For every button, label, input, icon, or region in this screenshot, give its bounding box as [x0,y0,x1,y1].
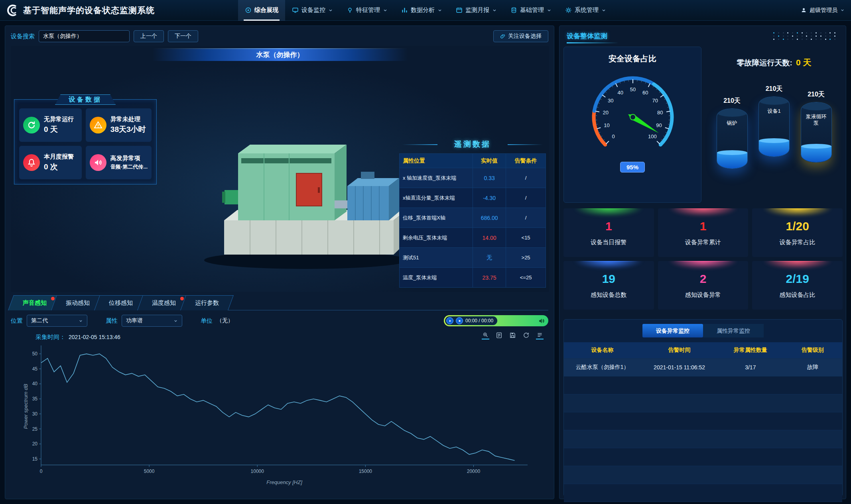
stats-grid: 1设备当日报警1设备异常累计1/20设备异常占比19感知设备总数2感知设备异常2… [563,208,843,310]
svg-text:0: 0 [40,469,43,474]
telemetry-condition: / [506,188,546,208]
stop-button[interactable] [456,317,463,324]
chevron-down-icon [601,8,606,13]
tank-liquid [717,153,747,169]
alarm-header-row: 设备名称告警时间异常属性数量告警级别 [564,342,842,359]
svg-text:50: 50 [630,86,636,92]
telemetry-attr-name: 剩余电压_泵体末端 [400,228,473,247]
telemetry-row: x轴直流分量_泵体末端-4.30/ [399,188,546,208]
device-search-input[interactable] [39,30,130,42]
stat-card-today-alarms: 1设备当日报警 [563,208,654,257]
position-select[interactable]: 第二代 [27,315,87,327]
device-data-grid: 无异常运行0 天异常未处理38天3小时本月度报警0 次高发异常项音频-第二代传.… [19,108,152,179]
play-button[interactable] [446,317,453,324]
telemetry-value: 23.75 [473,268,506,287]
nav-item-basic-manage[interactable]: 基础管理 [504,0,558,21]
alarm-cell-empty [718,377,783,394]
device-data-text: 异常未处理38天3小时 [110,116,146,135]
telemetry-row: 剩余电压_泵体末端14.00<15 [399,228,546,248]
tank-liquid [801,146,831,163]
tank-rim [717,109,747,117]
svg-text:100: 100 [648,133,657,139]
telemetry-condition: >25 [506,248,546,267]
alarm-cell-empty [783,412,842,430]
telemetry-table: 属性位置实时值告警条件x 轴加速度值_泵体末端0.33/x轴直流分量_泵体末端-… [399,153,546,288]
stat-value: 19 [563,272,654,286]
telemetry-value: 14.00 [473,228,506,247]
magic-type-icon[interactable] [536,332,544,339]
telemetry-row: 测试51无>25 [399,248,546,268]
safe-device-ratio-card: 安全设备占比 0102030405060708090100 95% [563,47,701,203]
capture-time-label: 采集时间： [35,333,65,340]
disc-icon [245,7,252,14]
svg-text:Power spectrum dB: Power spectrum dB [23,384,29,429]
nav-item-label: 设备监控 [301,6,325,14]
alarm-cell-empty [783,448,842,466]
audio-player-core: 00:00 / 00:00 [445,316,497,325]
attribute-select[interactable]: 功率谱 [122,315,182,327]
nav-item-feature-manage[interactable]: 特征管理 [340,0,394,21]
chevron-down-icon [383,8,388,13]
safe-device-gauge: 0102030405060708090100 [573,66,693,166]
tank-liquid [759,141,789,157]
alarm-cell: 2021-01-15 11:06:52 [641,359,718,376]
user-menu[interactable]: 超级管理员 [801,7,845,14]
alarm-header-cell: 告警时间 [641,342,718,358]
spectrum-chart[interactable]: 152025303540455005000100001500020000Powe… [21,341,540,492]
stat-value: 1 [563,220,654,233]
position-value: 第二代 [31,317,48,324]
tank-days: 210天 [766,85,783,93]
nav-item-system-manage[interactable]: 系统管理 [558,0,613,21]
alarm-row-empty [564,412,842,430]
alarm-cell-empty [783,484,842,502]
audio-player: 00:00 / 00:00 [444,315,548,326]
tank-slurry-pump: 210天浆液循环泵 [801,90,832,163]
overall-monitor-title: 设备整体监测 [567,31,607,41]
monitor-tab-device-abnormal[interactable]: 设备异常监控 [642,324,703,337]
device-data-card-month-alarms: 本月度报警0 次 [19,146,82,179]
nav-item-overview[interactable]: 综合展现 [238,0,285,21]
telemetry-attr-name: 测试51 [400,248,473,267]
stat-value: 1/20 [752,220,843,233]
data-zoom-icon[interactable] [482,332,489,339]
data-view-icon[interactable] [495,332,503,339]
svg-text:70: 70 [652,98,658,104]
attribute-label: 属性 [106,317,118,325]
device-3d-viewport[interactable]: 水泵（勿操作） [11,46,549,292]
telemetry-header-cell: 实时值 [473,154,506,168]
alarm-cell: 故障 [783,359,842,376]
svg-text:10000: 10000 [251,469,264,474]
brand: 基于智能声学的设备状态监测系统 [0,4,155,17]
svg-text:40: 40 [32,381,38,386]
nav-item-monthly-report[interactable]: 监测月报 [449,0,504,21]
telemetry-condition: <15 [506,228,546,247]
svg-text:60: 60 [642,90,648,96]
stat-label: 感知设备占比 [752,291,843,299]
sense-tab-run-params[interactable]: 运行参数 [183,295,231,310]
focus-device-button[interactable]: 关注设备选择 [493,30,548,42]
attribute-value: 功率谱 [126,317,143,324]
gauge-title: 安全设备占比 [564,53,701,64]
device-data-text: 本月度报警0 次 [44,153,74,172]
tank-days: 210天 [808,90,825,99]
user-name: 超级管理员 [810,7,837,14]
stat-value: 2 [658,272,749,286]
nav-item-data-analysis[interactable]: 数据分析 [394,0,449,21]
svg-text:80: 80 [657,110,663,116]
alarm-cell-empty [718,430,783,448]
stat-label: 设备异常占比 [752,239,843,246]
alarm-table: 设备名称告警时间异常属性数量告警级别云酷水泵（勿操作1）2021-01-15 1… [564,342,842,502]
device-data-value: 音频-第二代传... [110,163,148,171]
monitor-tab-attr-abnormal[interactable]: 属性异常监控 [703,324,764,337]
refresh-icon [23,117,40,133]
save-image-icon[interactable] [509,332,516,339]
alarm-row-empty [564,377,842,394]
next-device-button[interactable]: 下一个 [168,30,198,42]
pump-3d-model[interactable] [186,94,410,273]
prev-device-button[interactable]: 上一个 [134,30,164,42]
restore-icon[interactable] [522,332,530,339]
nav-item-device-monitor[interactable]: 设备监控 [285,0,340,21]
volume-icon[interactable] [538,318,545,324]
decor-dot-matrix [773,32,837,40]
chevron-down-icon [437,8,442,13]
